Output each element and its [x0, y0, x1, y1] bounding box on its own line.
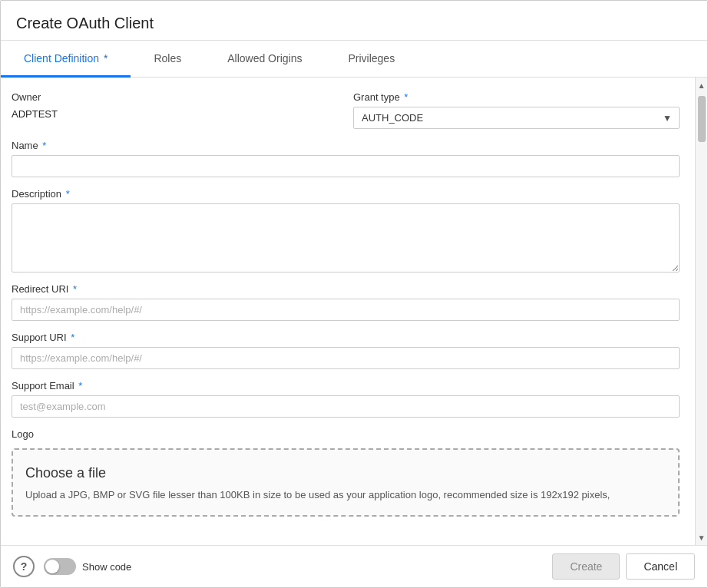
form-scroll: Owner ADPTEST Grant type * AUTH_CODE IMP…	[1, 78, 695, 545]
description-group: Description *	[12, 188, 680, 273]
redirect-uri-input[interactable]	[12, 299, 680, 321]
tab-privileges[interactable]: Privileges	[325, 41, 418, 78]
footer-bar: ? Show code Create Cancel	[1, 545, 707, 587]
name-group: Name *	[12, 140, 680, 177]
create-button[interactable]: Create	[552, 553, 620, 580]
footer-left: ? Show code	[13, 556, 552, 577]
scrollbar-thumb[interactable]	[698, 96, 706, 142]
logo-upload-desc: Upload a JPG, BMP or SVG file lesser tha…	[25, 487, 666, 503]
help-icon: ?	[21, 560, 28, 573]
tab-roles[interactable]: Roles	[131, 41, 204, 78]
tabs-bar: Client Definition * Roles Allowed Origin…	[1, 41, 707, 78]
support-email-label: Support Email *	[12, 380, 680, 391]
support-email-input[interactable]	[12, 395, 680, 418]
footer-right: Create Cancel	[552, 553, 695, 580]
help-icon-button[interactable]: ?	[13, 556, 35, 577]
redirect-uri-label: Redirect URI *	[12, 283, 680, 295]
cancel-button[interactable]: Cancel	[626, 553, 695, 580]
tab-client-definition-star: *	[101, 52, 108, 64]
owner-group: Owner ADPTEST	[12, 91, 338, 129]
content-area: Owner ADPTEST Grant type * AUTH_CODE IMP…	[1, 78, 707, 545]
scrollbar-track: ▲ ▼	[695, 78, 707, 545]
grant-type-label: Grant type *	[353, 91, 680, 103]
name-input[interactable]	[12, 155, 680, 177]
support-email-group: Support Email *	[12, 380, 680, 418]
owner-granttype-row: Owner ADPTEST Grant type * AUTH_CODE IMP…	[12, 91, 680, 129]
tab-allowed-origins-label: Allowed Origins	[227, 52, 302, 64]
show-code-label: Show code	[82, 561, 131, 573]
description-textarea[interactable]	[12, 203, 680, 273]
toggle-thumb	[45, 560, 59, 573]
logo-upload-title: Choose a file	[25, 465, 666, 481]
description-label: Description *	[12, 188, 680, 200]
name-label: Name *	[12, 140, 680, 151]
tab-allowed-origins[interactable]: Allowed Origins	[204, 41, 325, 78]
modal-container: Create OAuth Client Client Definition * …	[0, 0, 708, 588]
logo-upload-area[interactable]: Choose a file Upload a JPG, BMP or SVG f…	[12, 448, 680, 517]
logo-group: Logo Choose a file Upload a JPG, BMP or …	[12, 428, 680, 517]
tab-roles-label: Roles	[154, 52, 181, 64]
grant-type-select[interactable]: AUTH_CODE IMPLICIT CLIENT_CREDENTIALS PA…	[353, 107, 680, 129]
grant-type-group: Grant type * AUTH_CODE IMPLICIT CLIENT_C…	[353, 91, 680, 129]
support-uri-label: Support URI *	[12, 332, 680, 343]
logo-label: Logo	[12, 428, 680, 440]
modal-header: Create OAuth Client	[1, 1, 707, 41]
scroll-up-arrow[interactable]: ▲	[696, 78, 708, 93]
owner-value: ADPTEST	[12, 107, 338, 121]
tab-privileges-label: Privileges	[348, 52, 395, 64]
scroll-down-arrow[interactable]: ▼	[696, 530, 708, 545]
grant-type-select-wrapper: AUTH_CODE IMPLICIT CLIENT_CREDENTIALS PA…	[353, 107, 680, 129]
show-code-toggle-wrapper: Show code	[44, 558, 131, 575]
support-uri-input[interactable]	[12, 347, 680, 369]
tab-client-definition-label: Client Definition	[24, 52, 99, 64]
owner-label: Owner	[12, 91, 338, 103]
tab-client-definition[interactable]: Client Definition *	[1, 41, 131, 78]
redirect-uri-group: Redirect URI *	[12, 283, 680, 321]
page-title: Create OAuth Client	[16, 15, 692, 32]
support-uri-group: Support URI *	[12, 332, 680, 369]
show-code-toggle[interactable]	[44, 558, 76, 575]
